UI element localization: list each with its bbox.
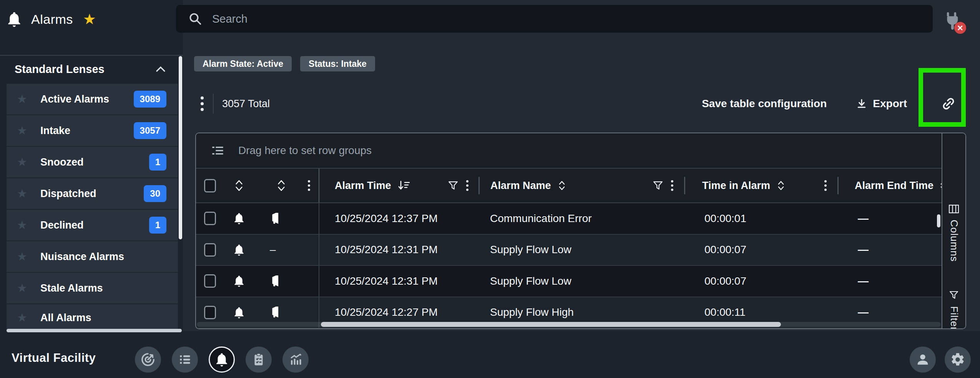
column-menu-kebab-icon[interactable] — [305, 179, 313, 192]
alarms-bell-icon — [7, 11, 22, 28]
count-badge: 3089 — [134, 91, 166, 108]
cell-time-in-alarm: 00:00:01 — [685, 203, 839, 234]
alarm-state-bell-icon — [224, 203, 254, 234]
columns-panel-tab[interactable]: Columns — [942, 204, 965, 262]
cell-alarm-name: Communication Error — [481, 203, 685, 234]
sidebar-item-stale-alarms[interactable]: ★ Stale Alarms — [7, 273, 178, 303]
sidebar-item-nuisance-alarms[interactable]: ★ Nuisance Alarms — [7, 241, 178, 272]
user-profile-button[interactable] — [910, 346, 936, 373]
row-checkbox[interactable] — [204, 243, 216, 257]
table-menu-kebab-icon[interactable] — [195, 94, 209, 113]
star-icon: ★ — [17, 93, 27, 105]
sidebar-vertical-scrollbar[interactable] — [179, 56, 182, 239]
column-menu-kebab-icon[interactable] — [463, 179, 472, 192]
filter-funnel-icon — [949, 290, 959, 300]
sidebar-item-all-alarms[interactable]: ★ All Alarms — [7, 304, 178, 331]
link-icon — [941, 96, 956, 111]
count-badge: 1 — [149, 154, 166, 171]
alarm-state-bell-icon — [224, 266, 254, 297]
row-group-dropzone[interactable]: Drag here to set row groups — [196, 133, 942, 169]
target-icon — [140, 352, 156, 367]
drag-hint-text: Drag here to set row groups — [238, 144, 372, 157]
filter-panel-tab[interactable]: Filter — [942, 290, 965, 328]
table-row[interactable]: 10/25/2024 12:37 PM Communication Error … — [196, 203, 942, 235]
header-alarm-time[interactable]: Alarm Time — [319, 169, 481, 202]
header-alarm-name[interactable]: Alarm Name — [481, 169, 685, 202]
header-alarm-state-sort[interactable] — [224, 169, 254, 202]
copy-link-button[interactable] — [931, 88, 966, 119]
column-menu-kebab-icon[interactable] — [821, 179, 830, 192]
cell-alarm-end-time: — — [839, 266, 942, 297]
row-checkbox[interactable] — [204, 274, 216, 288]
sidebar-item-dispatched[interactable]: ★ Dispatched 30 — [7, 178, 178, 209]
chip-status[interactable]: Status: Intake — [300, 56, 375, 71]
select-all-checkbox[interactable] — [204, 179, 216, 192]
favorite-star-icon[interactable]: ★ — [83, 12, 96, 27]
settings-button[interactable] — [945, 346, 971, 373]
star-icon: ★ — [17, 312, 27, 323]
search-bar[interactable] — [176, 5, 933, 33]
connection-status-icon[interactable]: ✕ — [941, 10, 965, 32]
person-icon — [915, 352, 930, 367]
sidebar-item-active-alarms[interactable]: ★ Active Alarms 3089 — [7, 84, 178, 114]
chart-icon — [288, 352, 303, 367]
gear-icon — [950, 352, 965, 367]
clipboard-icon — [252, 352, 266, 367]
no-dispatch-dash: – — [254, 235, 319, 265]
section-title: Standard Lenses — [15, 63, 105, 76]
chip-alarm-state[interactable]: Alarm State: Active — [194, 56, 292, 71]
sidebar-item-snoozed[interactable]: ★ Snoozed 1 — [7, 147, 178, 177]
export-button[interactable]: Export — [856, 98, 907, 110]
sort-descending-icon — [397, 180, 410, 191]
star-icon: ★ — [17, 282, 27, 294]
table-row[interactable]: 10/25/2024 12:31 PM Supply Flow Low 00:0… — [196, 266, 942, 297]
sidebar-item-intake[interactable]: ★ Intake 3057 — [7, 115, 178, 146]
nav-tasks-button[interactable] — [246, 346, 272, 373]
cell-alarm-name: Supply Flow Low — [481, 266, 685, 297]
search-input[interactable] — [212, 13, 827, 25]
row-checkbox[interactable] — [204, 306, 216, 319]
alarm-state-bell-icon — [224, 235, 254, 265]
filter-funnel-icon[interactable] — [448, 180, 458, 191]
nav-alarms-button[interactable] — [209, 346, 235, 373]
total-count: 3057 Total — [222, 98, 270, 110]
nav-lists-button[interactable] — [172, 346, 198, 373]
count-badge: 30 — [144, 185, 166, 202]
column-menu-kebab-icon[interactable] — [668, 179, 676, 192]
cell-time-in-alarm: 00:00:07 — [685, 235, 839, 265]
star-icon: ★ — [17, 251, 27, 262]
vertical-scrollbar-thumb[interactable] — [937, 214, 940, 227]
bottom-navigation-bar: Virtual Facility — [0, 331, 980, 378]
cell-time-in-alarm: 00:00:07 — [685, 266, 839, 297]
sidebar-item-declined[interactable]: ★ Declined 1 — [7, 210, 178, 240]
filter-funnel-icon[interactable] — [653, 180, 663, 191]
nav-monitoring-button[interactable] — [135, 346, 161, 373]
row-groups-icon — [211, 145, 224, 156]
divider — [213, 94, 214, 114]
account-area — [910, 346, 971, 373]
brand-logo: Virtual Facility — [12, 351, 96, 365]
nav-analytics-button[interactable] — [282, 346, 309, 373]
list-icon — [178, 352, 192, 367]
standard-lenses-header[interactable]: Standard Lenses — [0, 56, 183, 83]
star-icon: ★ — [17, 188, 27, 199]
horizontal-scrollbar-thumb[interactable] — [321, 322, 781, 327]
save-table-configuration-button[interactable]: Save table configuration — [702, 98, 827, 110]
star-icon: ★ — [17, 125, 27, 136]
table-row[interactable]: – 10/25/2024 12:31 PM Supply Flow Low 00… — [196, 235, 942, 266]
search-icon — [188, 12, 202, 26]
sort-updown-icon — [234, 179, 244, 192]
header-time-in-alarm[interactable]: Time in Alarm — [685, 169, 839, 202]
cell-alarm-time: 10/25/2024 12:31 PM — [319, 235, 481, 265]
star-icon: ★ — [17, 219, 27, 231]
chevron-up-icon[interactable] — [155, 66, 166, 73]
download-icon — [856, 98, 867, 109]
row-checkbox[interactable] — [204, 212, 216, 225]
sidebar-horizontal-scrollbar[interactable] — [7, 329, 182, 332]
count-badge: 1 — [149, 217, 166, 234]
lens-list: ★ Active Alarms 3089 ★ Intake 3057 ★ Sno… — [7, 84, 178, 332]
alarms-table: Drag here to set row groups Alarm Time — [195, 133, 966, 329]
header-select-all — [196, 169, 224, 202]
header-alarm-end-time[interactable]: Alarm End Time — [839, 169, 942, 202]
sort-updown-icon[interactable] — [277, 179, 286, 192]
